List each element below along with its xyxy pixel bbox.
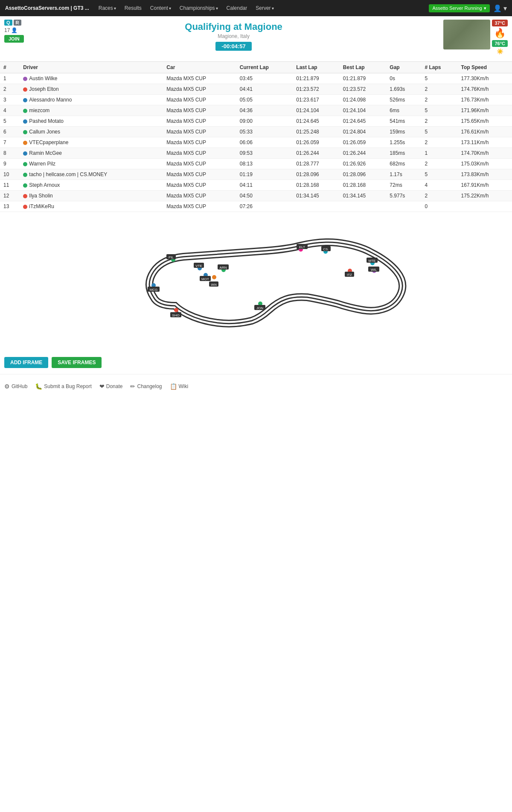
- races-dropdown-icon: ▾: [114, 6, 116, 11]
- pencil-icon: ✏: [130, 383, 135, 390]
- driver-color-dot: [23, 109, 27, 113]
- event-header: Q R 17 👤 JOIN Qualifying at Magione Magi…: [0, 16, 512, 58]
- label-MOT: MOT: [201, 277, 209, 281]
- nav-results[interactable]: Results: [122, 5, 144, 11]
- cell-gap: 1.693s: [386, 84, 421, 95]
- cell-car: Mazda MX5 CUP: [163, 169, 236, 180]
- cell-last-lap: 01:28.777: [293, 159, 339, 169]
- label-MCG: MCG: [150, 288, 158, 292]
- cell-last-lap: 01:28.096: [293, 169, 339, 180]
- cell-driver: Ilya Sholin: [20, 191, 163, 201]
- cell-car: Mazda MX5 CUP: [163, 137, 236, 148]
- cell-top-speed: [458, 201, 512, 212]
- wiki-link[interactable]: 📋 Wiki: [170, 383, 189, 390]
- table-row: 4 miezcom Mazda MX5 CUP 04:36 01:24.104 …: [0, 105, 512, 116]
- cell-gap: [386, 201, 421, 212]
- cell-best-lap: 01:26.244: [340, 148, 386, 159]
- cell-car: Mazda MX5 CUP: [163, 148, 236, 159]
- cell-car: Mazda MX5 CUP: [163, 159, 236, 169]
- cell-last-lap: 01:24.645: [293, 116, 339, 127]
- cell-gap: 1.17s: [386, 169, 421, 180]
- track-path: [149, 242, 402, 324]
- table-row: 9 Warren Pilz Mazda MX5 CUP 08:13 01:28.…: [0, 159, 512, 169]
- event-title: Qualifying at Magione: [28, 21, 439, 32]
- table-row: 5 Pashed Motato Mazda MX5 CUP 09:00 01:2…: [0, 116, 512, 127]
- cell-last-lap: 01:25.248: [293, 127, 339, 137]
- table-row: 2 Joseph Elton Mazda MX5 CUP 04:41 01:23…: [0, 84, 512, 95]
- join-button[interactable]: JOIN: [4, 35, 24, 43]
- cell-car: Mazda MX5 CUP: [163, 105, 236, 116]
- road-temp: 76°C: [492, 40, 508, 47]
- cell-car: Mazda MX5 CUP: [163, 180, 236, 191]
- nav-races[interactable]: Races ▾: [96, 5, 119, 11]
- label-JON: JON: [256, 306, 263, 310]
- cell-last-lap: 01:34.145: [293, 191, 339, 201]
- cell-laps: 2: [421, 95, 457, 105]
- label-ITZ: ITZ: [347, 273, 352, 277]
- changelog-link[interactable]: ✏ Changelog: [130, 383, 162, 390]
- cell-current-lap: 04:36: [236, 105, 293, 116]
- col-last-lap: Last Lap: [293, 62, 339, 73]
- cell-car: Mazda MX5 CUP: [163, 127, 236, 137]
- cell-laps: 5: [421, 73, 457, 84]
- label-VTE: VTE: [195, 264, 202, 268]
- cell-pos: 9: [0, 159, 20, 169]
- cell-top-speed: 175.65Km/h: [458, 116, 512, 127]
- add-iframe-button[interactable]: ADD IFRAME: [4, 357, 48, 368]
- col-gap: Gap: [386, 62, 421, 73]
- cell-pos: 1: [0, 73, 20, 84]
- cell-pos: 11: [0, 180, 20, 191]
- cell-driver: Alessandro Manno: [20, 95, 163, 105]
- driver-color-dot: [23, 194, 27, 198]
- table-header-row: # Driver Car Current Lap Last Lap Best L…: [0, 62, 512, 73]
- driver-count: 17 👤: [4, 27, 24, 33]
- cell-driver: Callum Jones: [20, 127, 163, 137]
- cell-driver: miezcom: [20, 105, 163, 116]
- table-row: 3 Alessandro Manno Mazda MX5 CUP 05:05 0…: [0, 95, 512, 105]
- github-link[interactable]: ⚙ GitHub: [4, 383, 27, 390]
- server-status-badge[interactable]: Assetto Server Running ▾: [429, 4, 489, 12]
- cell-laps: 5: [421, 127, 457, 137]
- nav-server[interactable]: Server ▾: [253, 5, 276, 11]
- cell-best-lap: 01:23.572: [340, 84, 386, 95]
- track-map-svg: ELT CS. PIL VTE ARN MOT IAN MCG JON: [98, 220, 414, 340]
- cell-best-lap: 01:24.104: [340, 105, 386, 116]
- user-menu-icon[interactable]: 👤 ▾: [493, 4, 507, 12]
- cell-best-lap: 01:24.645: [340, 116, 386, 127]
- cell-current-lap: 01:19: [236, 169, 293, 180]
- save-iframes-button[interactable]: SAVE IFRAMES: [52, 357, 102, 368]
- cell-pos: 8: [0, 148, 20, 159]
- cell-pos: 6: [0, 127, 20, 137]
- driver-color-dot: [23, 87, 27, 92]
- label-ELT: ELT: [299, 245, 305, 249]
- cell-current-lap: 07:26: [236, 201, 293, 212]
- nav-championships[interactable]: Championships ▾: [177, 5, 221, 11]
- nav-content[interactable]: Content ▾: [148, 5, 174, 11]
- cell-last-lap: 01:26.244: [293, 148, 339, 159]
- bug-report-link[interactable]: 🐛 Submit a Bug Report: [35, 383, 91, 390]
- event-center: Qualifying at Magione Magione, Italy -00…: [28, 20, 439, 51]
- nav-calendar[interactable]: Calendar: [224, 5, 250, 11]
- cell-gap: 0s: [386, 73, 421, 84]
- donate-link[interactable]: ❤ Donate: [99, 383, 123, 390]
- label-WIL: WIL: [371, 268, 377, 272]
- server-dropdown-icon: ▾: [272, 6, 274, 11]
- cell-driver: Pashed Motato: [20, 116, 163, 127]
- cell-laps: 5: [421, 169, 457, 180]
- table-row: 1 Austin Wilke Mazda MX5 CUP 03:45 01:21…: [0, 73, 512, 84]
- heart-icon: ❤: [99, 383, 105, 390]
- driver-color-dot: [23, 205, 27, 209]
- table-row: 8 Ramin McGee Mazda MX5 CUP 09:53 01:26.…: [0, 148, 512, 159]
- col-car: Car: [163, 62, 236, 73]
- iframe-controls: ADD IFRAME SAVE IFRAMES: [0, 348, 512, 372]
- driver-color-dot: [23, 130, 27, 134]
- cell-driver: Warren Pilz: [20, 159, 163, 169]
- race-badge: R: [14, 20, 21, 26]
- cell-pos: 5: [0, 116, 20, 127]
- label-SHO: SHO: [172, 313, 179, 317]
- air-temp: 37°C: [492, 20, 508, 26]
- cell-gap: 526ms: [386, 95, 421, 105]
- cell-gap: 159ms: [386, 127, 421, 137]
- cell-driver: iTzMiKeRu: [20, 201, 163, 212]
- cell-current-lap: 04:41: [236, 84, 293, 95]
